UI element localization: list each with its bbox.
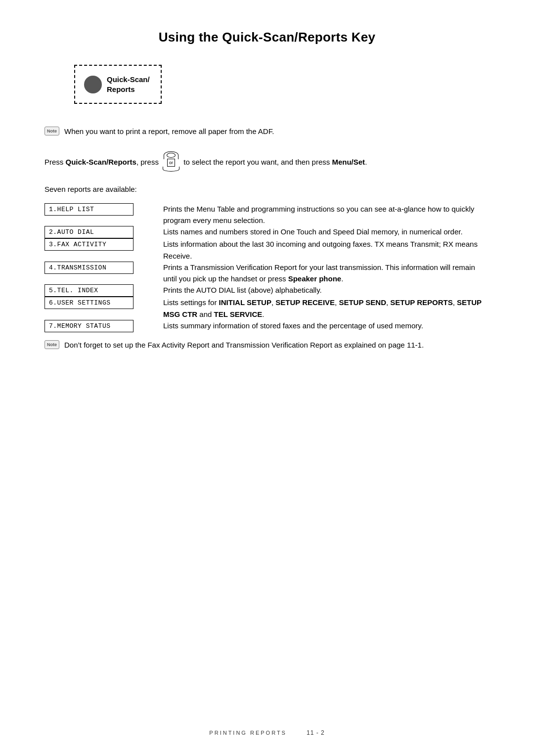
- key-button: Quick-Scan/ Reports: [84, 75, 150, 94]
- page-title: Using the Quick-Scan/Reports Key: [44, 30, 490, 45]
- report-desc-cell-1: Prints the Menu Table and programming in…: [163, 203, 490, 226]
- report-box-7: 7.MEMORY STATUS: [44, 320, 134, 332]
- report-desc-cell-3: Lists information about the last 30 inco…: [163, 238, 490, 262]
- instruction-part1: Press: [44, 157, 66, 166]
- page-container: Using the Quick-Scan/Reports Key Quick-S…: [0, 0, 534, 756]
- report-desc-cell-5: Prints the AUTO DIAL list (above) alphab…: [163, 284, 490, 297]
- report-item-cell-5: 5.TEL. INDEX: [44, 284, 163, 297]
- table-row: 1.HELP LIST Prints the Menu Table and pr…: [44, 203, 490, 226]
- page-footer: PRINTING REPORTS 11 - 2: [0, 729, 534, 736]
- report-box-3: 3.FAX ACTIVITY: [44, 238, 134, 251]
- instruction-bold2: Menu/Set: [332, 157, 365, 166]
- instruction-part4: .: [365, 157, 367, 166]
- report-box-6: 6.USER SETTINGS: [44, 297, 134, 309]
- report-box-2: 2.AUTO DIAL: [44, 226, 134, 238]
- footer-left-text: PRINTING REPORTS: [209, 730, 287, 736]
- report-box-5: 5.TEL. INDEX: [44, 284, 134, 297]
- table-row: 5.TEL. INDEX Prints the AUTO DIAL list (…: [44, 284, 490, 297]
- or-button-bottom: [163, 167, 179, 172]
- table-row: 3.FAX ACTIVITY Lists information about t…: [44, 238, 490, 262]
- report-desc-cell-2: Lists names and numbers stored in One To…: [163, 226, 490, 238]
- instruction-part2: , press: [136, 157, 161, 166]
- reports-table: 1.HELP LIST Prints the Menu Table and pr…: [44, 203, 490, 332]
- table-row: 6.USER SETTINGS Lists settings for INITI…: [44, 297, 490, 320]
- note1-icon: Note: [44, 127, 59, 135]
- or-label: or: [167, 159, 175, 167]
- footer-right-text: 11 - 2: [307, 729, 325, 736]
- note1-text: When you want to print a report, remove …: [64, 126, 274, 137]
- report-desc-cell-7: Lists summary information of stored faxe…: [163, 320, 490, 332]
- note2-icon: Note: [44, 340, 59, 349]
- report-item-cell-6: 6.USER SETTINGS: [44, 297, 163, 320]
- table-row: 2.AUTO DIAL Lists names and numbers stor…: [44, 226, 490, 238]
- report-box-1: 1.HELP LIST: [44, 203, 134, 216]
- seven-reports-label: Seven reports are available:: [44, 185, 490, 193]
- key-circle-icon: [84, 76, 102, 93]
- key-diagram: Quick-Scan/ Reports: [74, 65, 162, 104]
- note2-section: Note Don’t forget to set up the Fax Acti…: [44, 340, 490, 351]
- report-item-cell-7: 7.MEMORY STATUS: [44, 320, 163, 332]
- report-desc-cell-4: Prints a Transmission Verification Repor…: [163, 262, 490, 285]
- report-item-cell-2: 2.AUTO DIAL: [44, 226, 163, 238]
- report-item-cell-4: 4.TRANSMISSION: [44, 262, 163, 285]
- report-item-cell-3: 3.FAX ACTIVITY: [44, 238, 163, 262]
- or-button-icon: or: [163, 151, 179, 172]
- key-label: Quick-Scan/ Reports: [107, 75, 150, 94]
- report-desc-cell-6: Lists settings for INITIAL SETUP, SETUP …: [163, 297, 490, 320]
- instruction-block: Press Quick-Scan/Reports, press or to se…: [44, 152, 490, 173]
- table-row: 7.MEMORY STATUS Lists summary informatio…: [44, 320, 490, 332]
- note2-text: Don’t forget to set up the Fax Activity …: [64, 340, 424, 351]
- note1-section: Note When you want to print a report, re…: [44, 126, 490, 137]
- report-box-4: 4.TRANSMISSION: [44, 262, 134, 274]
- or-button-top: [164, 151, 178, 159]
- instruction-bold1: Quick-Scan/Reports: [66, 157, 136, 166]
- table-row: 4.TRANSMISSION Prints a Transmission Ver…: [44, 262, 490, 285]
- report-item-cell-1: 1.HELP LIST: [44, 203, 163, 226]
- instruction-part3: to select the report you want, and then …: [183, 157, 332, 166]
